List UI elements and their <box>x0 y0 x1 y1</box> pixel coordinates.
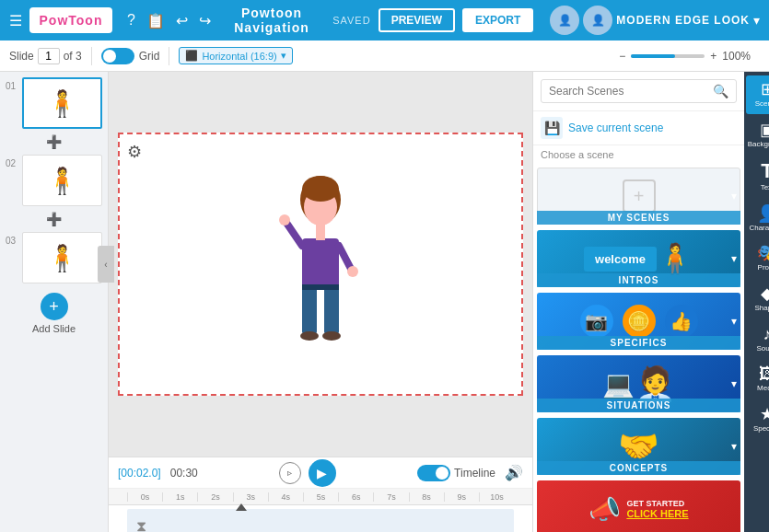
search-input[interactable] <box>549 85 707 98</box>
media-icon: 🖼 <box>759 365 769 382</box>
slide-2-container: 02 🧍 <box>6 155 102 206</box>
search-icon[interactable]: 🔍 <box>713 84 728 98</box>
scene-my-scenes[interactable]: MY SCENES ▾ <box>537 168 740 225</box>
grid-toggle-switch[interactable] <box>101 48 134 64</box>
divider1 <box>91 47 92 65</box>
right-panel: 🔍 💾 Save current scene Choose a scene MY… <box>532 72 744 532</box>
canvas-frame[interactable]: ⚙ <box>118 133 523 396</box>
preview-button[interactable]: PREVIEW <box>379 8 455 32</box>
svg-point-6 <box>279 214 290 226</box>
undo-icon[interactable]: ↩ <box>176 12 188 29</box>
sidebar-item-sound[interactable]: ♪ Sound <box>746 320 769 359</box>
save-scene-btn[interactable]: 💾 Save current scene <box>533 111 744 145</box>
scene-get-started[interactable]: 📣 GET STARTED CLICK HERE <box>537 480 740 532</box>
step-back-btn[interactable]: ▹ <box>279 462 301 484</box>
characters-icon: 👤 <box>757 205 769 222</box>
look-chevron-icon[interactable]: ▾ <box>753 13 760 28</box>
svg-point-11 <box>300 331 319 341</box>
ruler-8s: 8s <box>409 492 444 502</box>
megaphone-icon: 📣 <box>588 494 621 525</box>
ruler-0s: 0s <box>127 492 162 502</box>
background-icon: ▣ <box>760 121 770 138</box>
slide-label: Slide <box>9 50 34 63</box>
canvas-settings-icon[interactable]: ⚙ <box>127 142 142 162</box>
ruler-6s: 6s <box>338 492 373 502</box>
zoom-plus-btn[interactable]: + <box>710 50 717 63</box>
sidebar-item-scenes[interactable]: ⊞ Scenes <box>746 75 769 114</box>
panel-collapse-btn[interactable]: ‹ <box>98 246 114 283</box>
redo-icon[interactable]: ↪ <box>199 12 211 29</box>
scene-concepts[interactable]: 🤝 CONCEPTS ▾ <box>537 418 740 475</box>
hamburger-icon[interactable]: ☰ <box>9 12 22 29</box>
get-started-line1: GET STARTED <box>626 499 684 508</box>
scene-situations[interactable]: 💻 🧑‍💼 SITUATIONS ▾ <box>537 355 740 412</box>
media-sidebar-label: Media <box>757 384 769 393</box>
sidebar-item-text[interactable]: T Text <box>746 156 769 198</box>
export-button[interactable]: EXPORT <box>462 8 533 32</box>
sound-sidebar-label: Sound <box>756 344 769 353</box>
search-box: 🔍 <box>541 79 737 103</box>
slide-thumb-1[interactable]: 🧍 <box>22 77 102 129</box>
svg-point-8 <box>347 266 358 277</box>
timeline-current-time: [00:02.0] <box>118 467 161 480</box>
camera-icon: 📷 <box>580 305 613 338</box>
svg-line-5 <box>286 223 302 246</box>
add-after-slide-2-icon[interactable]: ➕ <box>46 212 62 226</box>
save-scene-icon: 💾 <box>541 117 563 139</box>
add-slide-btn[interactable]: + Add Slide <box>6 293 102 334</box>
sidebar-item-media[interactable]: 🖼 Media <box>746 360 769 399</box>
slide-number-input[interactable] <box>38 48 60 64</box>
scene-intros[interactable]: welcome 🧍 INTROS ▾ <box>537 230 740 287</box>
sub-nav: Slide of 3 Grid ⬛ Horizontal (16:9) ▾ − … <box>0 40 769 72</box>
ruler-9s: 9s <box>444 492 479 502</box>
timeline-controls: [00:02.0] 00:30 ▹ ▶ Timeline 🔊 <box>109 457 532 489</box>
slide-number-2: 02 <box>6 155 18 168</box>
slide-thumb-3[interactable]: 🧍 <box>22 232 102 283</box>
sidebar-item-background[interactable]: ▣ Background <box>746 116 769 155</box>
sidebar-item-shapes[interactable]: ◆ Shapes <box>746 280 769 318</box>
logo: PowToon <box>29 7 112 33</box>
timeline-content-bar[interactable]: ⧗ <box>127 509 514 532</box>
zoom-minus-btn[interactable]: − <box>619 50 625 63</box>
timeline-playback-controls: ▹ ▶ <box>279 459 336 487</box>
aspect-label: Horizontal (16:9) <box>202 51 276 62</box>
notes-icon[interactable]: 📋 <box>146 12 165 29</box>
intros-welcome-badge: welcome <box>584 247 657 272</box>
play-btn[interactable]: ▶ <box>309 459 336 487</box>
slide-total: of 3 <box>64 50 82 63</box>
nav-icons: ? 📋 ↩ ↪ <box>127 12 211 29</box>
ruler-10s: 10s <box>479 492 514 502</box>
character-svg <box>279 172 362 356</box>
handshake-icon: 🤝 <box>618 427 659 466</box>
aspect-selector[interactable]: ⬛ Horizontal (16:9) ▾ <box>179 47 292 64</box>
sidebar-item-characters[interactable]: 👤 Characters <box>746 200 769 238</box>
slide-2-figure: 🧍 <box>46 166 78 196</box>
sidebar-item-specials[interactable]: ★ Specials <box>746 400 769 439</box>
zoom-slider[interactable] <box>631 54 705 58</box>
volume-icon[interactable]: 🔊 <box>505 464 523 481</box>
help-icon[interactable]: ? <box>127 12 135 29</box>
get-started-click-here[interactable]: CLICK HERE <box>626 508 688 519</box>
scene-specifics[interactable]: 📷 🪙 👍 SPECIFICS ▾ <box>537 293 740 350</box>
scene-chevron-concepts: ▾ <box>731 440 737 453</box>
ruler-1s: 1s <box>162 492 197 502</box>
specifics-icons: 📷 🪙 👍 <box>580 305 698 338</box>
add-slide-circle-icon: + <box>41 293 68 320</box>
props-icon: 🎭 <box>757 245 769 261</box>
laptop-icon: 💻 <box>602 369 635 399</box>
shapes-sidebar-label: Shapes <box>754 304 769 313</box>
my-scenes-add-icon <box>623 179 656 213</box>
save-scene-label: Save current scene <box>568 121 663 134</box>
sidebar-item-props[interactable]: 🎭 Props <box>746 239 769 278</box>
scene-thumb-get-started: 📣 GET STARTED CLICK HERE <box>537 480 740 532</box>
scenes-sidebar-label: Scenes <box>755 99 769 109</box>
slide-thumb-2[interactable]: 🧍 <box>22 155 102 206</box>
timeline-playhead[interactable] <box>236 503 247 511</box>
add-after-slide-1-icon[interactable]: ➕ <box>46 134 62 149</box>
props-sidebar-label: Props <box>758 263 769 272</box>
timeline-toggle-switch[interactable] <box>417 465 450 481</box>
slide-1-figure: 🧍 <box>46 88 78 119</box>
ruler-7s: 7s <box>373 492 408 502</box>
svg-point-12 <box>322 331 341 341</box>
avatar2: 👤 <box>583 6 612 35</box>
